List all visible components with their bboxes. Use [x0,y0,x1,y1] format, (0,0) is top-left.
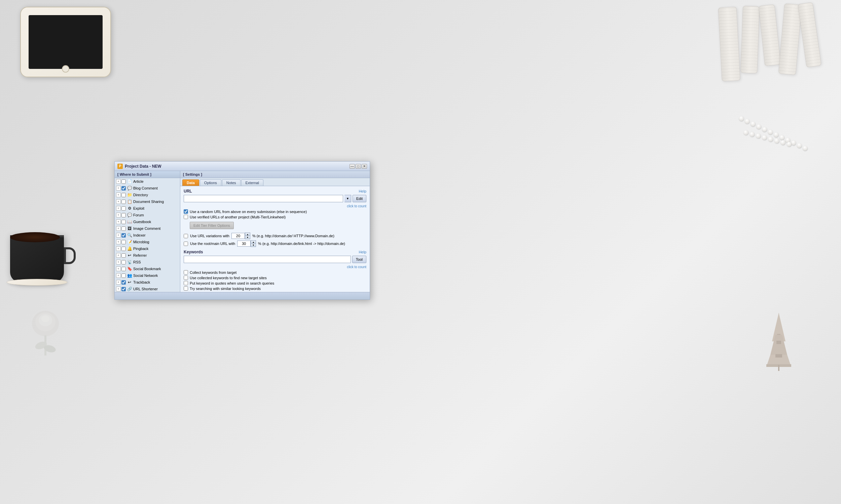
expand-social-bookmark[interactable]: + [116,267,121,271]
tree-item-microblog[interactable]: +📝Microblog [115,238,180,245]
root-main-url-value[interactable] [237,240,251,247]
coffee-decoration [10,235,78,302]
url-section-header: URL Help [184,189,366,194]
expand-guestbook[interactable]: + [116,219,121,224]
tree-item-document-sharing[interactable]: +📋Document Sharing [115,198,180,205]
url-variations-spinner[interactable]: ▲ ▼ [245,233,250,239]
tree-item-forum[interactable]: +💬Forum [115,212,180,218]
close-button[interactable]: ✕ [362,164,367,169]
checkbox-referrer[interactable] [121,253,126,258]
title-bar[interactable]: P Project Data - NEW — □ ✕ [115,162,370,171]
expand-referrer[interactable]: + [116,253,121,258]
collect-keywords-checkbox[interactable] [184,270,188,274]
use-random-url-checkbox[interactable] [184,209,188,214]
tab-external[interactable]: External [241,179,263,186]
label-exploit: Exploit [133,206,144,210]
tab-data[interactable]: Data [182,179,199,186]
tree-item-url-shortener[interactable]: +🔗URL Shortener [115,286,180,292]
svg-point-3 [41,316,49,322]
checkbox-article[interactable] [121,179,126,184]
tab-options[interactable]: Options [200,179,221,186]
checkbox-rss[interactable] [121,260,126,265]
expand-trackback[interactable]: + [116,280,121,285]
tree-item-trackback[interactable]: +↩Trackback [115,279,180,286]
checkbox-social-bookmark[interactable] [121,267,126,271]
expand-social-network[interactable]: + [116,273,121,278]
checkbox-image-comment[interactable] [121,227,126,231]
url-variations-label: Use URL variations with [190,234,229,238]
root-main-url-checkbox[interactable] [184,241,188,246]
keywords-tool-button[interactable]: Tool [352,256,366,263]
pearls-decoration [736,131,811,143]
url-input[interactable] [184,195,343,202]
tree-item-referrer[interactable]: +↩Referrer [115,252,180,259]
expand-rss[interactable]: + [116,260,121,265]
keywords-section-header: Keywords Help [184,250,366,254]
tree-item-social-network[interactable]: +👥Social Network [115,272,180,279]
tree-item-rss[interactable]: +📡RSS [115,259,180,266]
maximize-button[interactable]: □ [356,164,361,169]
checkbox-url-shortener[interactable] [121,287,126,291]
root-main-url-spinner[interactable]: ▲ ▼ [251,240,256,247]
keywords-help-link[interactable]: Help [359,250,366,254]
expand-exploit[interactable]: + [116,206,121,211]
put-keyword-quotes-checkbox[interactable] [184,281,188,285]
tree-item-blog-comment[interactable]: +💬Blog Comment [115,185,180,192]
label-trackback: Trackback [133,280,150,284]
minimize-button[interactable]: — [349,164,355,169]
expand-directory[interactable]: + [116,193,121,197]
tabs-bar: DataOptionsNotesExternal [180,178,370,186]
checkbox-guestbook[interactable] [121,220,126,224]
root-main-url-up[interactable]: ▲ [251,240,256,244]
expand-microblog[interactable]: + [116,239,121,244]
tree-item-pingback[interactable]: +🔔Pingback [115,245,180,252]
use-verified-urls-checkbox[interactable] [184,215,188,219]
tree-item-image-comment[interactable]: +🖼Image Comment [115,225,180,232]
url-variations-down[interactable]: ▼ [245,236,250,239]
keywords-input[interactable] [184,256,351,263]
expand-document-sharing[interactable]: + [116,199,121,204]
checkbox-directory[interactable] [121,193,126,197]
url-variations-value[interactable] [231,233,245,239]
icon-document-sharing: 📋 [127,199,132,204]
expand-forum[interactable]: + [116,213,121,217]
expand-pingback[interactable]: + [116,246,121,251]
expand-article[interactable]: + [116,179,121,184]
checkbox-microblog[interactable] [121,240,126,244]
url-dropdown-button[interactable]: ▼ [344,195,351,202]
checkbox-exploit[interactable] [121,206,126,211]
expand-image-comment[interactable]: + [116,226,121,231]
tab-notes[interactable]: Notes [222,179,241,186]
url-variations-up[interactable]: ▲ [245,233,250,236]
edit-tier-filter-button[interactable]: Edit Tier Filter Options [190,222,234,229]
svg-rect-11 [776,341,781,344]
checkbox-document-sharing[interactable] [121,200,126,204]
url-edit-button[interactable]: Edit [353,195,366,202]
checkbox-pingback[interactable] [121,247,126,251]
tablet-decoration [20,7,118,84]
url-variations-checkbox[interactable] [184,234,188,238]
tree-item-social-bookmark[interactable]: +🔖Social Bookmark [115,266,180,272]
keywords-click-to-count[interactable]: click to count [347,265,366,269]
tree-item-exploit[interactable]: +⚙Exploit [115,205,180,212]
checkbox-indexer[interactable] [121,233,126,237]
use-collected-checkbox[interactable] [184,275,188,280]
expand-indexer[interactable]: + [116,233,121,237]
checkbox-forum[interactable] [121,213,126,217]
tab-content: URL Help ▼ Edit click to count Use a ran… [180,186,370,292]
icon-exploit: ⚙ [127,205,132,211]
checkbox-trackback[interactable] [121,280,126,285]
root-main-url-down[interactable]: ▼ [251,244,256,247]
label-microblog: Microblog [133,240,149,244]
checkbox-blog-comment[interactable] [121,186,126,191]
tree-item-directory[interactable]: +📁Directory [115,192,180,198]
checkbox-social-network[interactable] [121,273,126,278]
expand-url-shortener[interactable]: + [116,287,121,291]
url-click-to-count[interactable]: click to count [347,204,366,208]
url-help-link[interactable]: Help [359,189,366,193]
tree-item-article[interactable]: +📄Article [115,178,180,185]
try-searching-checkbox[interactable] [184,286,188,291]
tree-item-guestbook[interactable]: +📖Guestbook [115,218,180,225]
tree-item-indexer[interactable]: +🔍Indexer [115,232,180,238]
expand-blog-comment[interactable]: + [116,186,121,191]
